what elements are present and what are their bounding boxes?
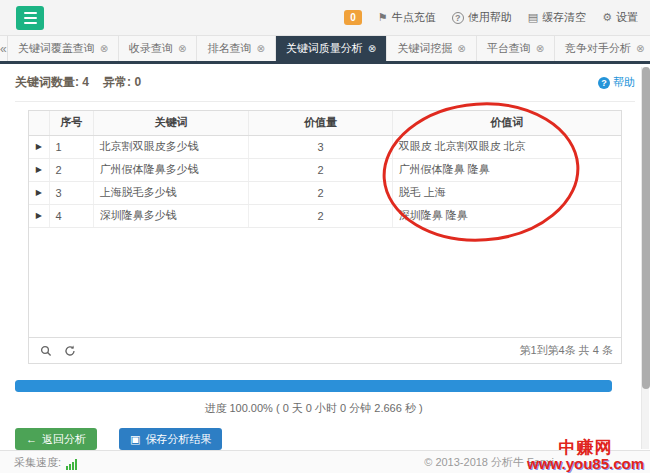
tab-close-icon[interactable]: ⊗	[368, 43, 376, 54]
row-expander-icon[interactable]: ▶	[29, 135, 49, 158]
tab-收录查询[interactable]: 收录查询⊗	[119, 36, 197, 61]
collect-speed-label: 采集速度:	[14, 455, 61, 470]
tab-close-icon[interactable]: ⊗	[636, 43, 644, 54]
tab-close-icon[interactable]: ⊗	[457, 43, 465, 54]
tab-label: 平台查询	[487, 41, 531, 56]
help-link[interactable]: ? 帮助	[598, 75, 635, 90]
keyword-count-stat: 关键词数量: 4	[15, 74, 89, 91]
progress-bar	[15, 380, 612, 392]
tab-close-icon[interactable]: ⊗	[256, 43, 264, 54]
tabs-scroll-left-button[interactable]: «	[0, 36, 8, 61]
row-keyword: 广州假体隆鼻多少钱	[93, 158, 249, 181]
grid-empty-area	[29, 228, 621, 338]
arrow-left-icon: ←	[26, 433, 37, 445]
col-header-index: 序号	[49, 111, 93, 135]
signal-bars-icon	[66, 459, 77, 470]
tab-close-icon[interactable]: ⊗	[536, 43, 544, 54]
table-row[interactable]: ▶1北京割双眼皮多少钱3双眼皮 北京割双眼皮 北京	[29, 135, 621, 158]
table-row[interactable]: ▶3上海脱毛多少钱2脱毛 上海	[29, 181, 621, 204]
tab-label: 关键词质量分析	[286, 41, 363, 56]
topbar-item[interactable]: ?使用帮助	[452, 10, 512, 25]
tab-平台查询[interactable]: 平台查询⊗	[477, 36, 555, 61]
refresh-icon[interactable]	[61, 342, 79, 360]
tab-label: 收录查询	[129, 41, 173, 56]
topbar-item-label: 牛点充值	[392, 10, 436, 25]
tab-strip: 关键词覆盖查询⊗收录查询⊗排名查询⊗关键词质量分析⊗关键词挖掘⊗平台查询⊗竞争对…	[8, 36, 650, 61]
row-index: 4	[49, 204, 93, 227]
expander-header	[29, 111, 49, 135]
save-button-label: 保存分析结果	[145, 432, 211, 447]
tab-关键词质量分析[interactable]: 关键词质量分析⊗	[276, 36, 387, 61]
row-index: 2	[49, 158, 93, 181]
row-value-words: 脱毛 上海	[392, 181, 621, 204]
col-header-keyword: 关键词	[93, 111, 249, 135]
settings-icon: ⚙	[602, 11, 612, 24]
pagination-info: 第1到第4条 共 4 条	[519, 343, 613, 358]
copyright-text: © 2013-2018 分析牛 Fenxi	[424, 455, 640, 470]
row-keyword: 上海脱毛多少钱	[93, 181, 249, 204]
row-index: 1	[49, 135, 93, 158]
tab-label: 关键词挖掘	[397, 41, 452, 56]
row-index: 3	[49, 181, 93, 204]
back-to-analysis-button[interactable]: ← 返回分析	[15, 428, 97, 450]
table-row[interactable]: ▶4深圳隆鼻多少钱2深圳隆鼻 隆鼻	[29, 204, 621, 227]
row-keyword: 北京割双眼皮多少钱	[93, 135, 249, 158]
row-expander-icon[interactable]: ▶	[29, 181, 49, 204]
tab-排名查询[interactable]: 排名查询⊗	[197, 36, 275, 61]
topbar-item[interactable]: ⚙设置	[602, 10, 638, 25]
top-bar: 0 ⚑牛点充值?使用帮助▤缓存清空⚙设置	[0, 0, 650, 36]
tab-close-icon[interactable]: ⊗	[100, 43, 108, 54]
row-expander-icon[interactable]: ▶	[29, 204, 49, 227]
tab-close-icon[interactable]: ⊗	[178, 43, 186, 54]
tab-关键词覆盖查询[interactable]: 关键词覆盖查询⊗	[8, 36, 119, 61]
row-value-words: 双眼皮 北京割双眼皮 北京	[392, 135, 621, 158]
progress-track	[15, 380, 612, 392]
row-value-words: 深圳隆鼻 隆鼻	[392, 204, 621, 227]
tab-label: 竞争对手分析	[565, 41, 631, 56]
question-circle-icon: ?	[598, 77, 610, 89]
save-icon: ▣	[130, 434, 140, 445]
summary-row: 关键词数量: 4 异常: 0 ? 帮助	[15, 64, 635, 102]
col-header-value-words: 价值词	[392, 111, 621, 135]
col-header-value-count: 价值量	[249, 111, 392, 135]
topbar-item[interactable]: ⚑牛点充值	[378, 10, 436, 25]
topbar-item-label: 使用帮助	[468, 10, 512, 25]
row-value-count: 2	[249, 158, 392, 181]
search-icon[interactable]	[37, 342, 55, 360]
tab-bar: « 关键词覆盖查询⊗收录查询⊗排名查询⊗关键词质量分析⊗关键词挖掘⊗平台查询⊗竞…	[0, 36, 650, 64]
topbar-actions: 0 ⚑牛点充值?使用帮助▤缓存清空⚙设置	[344, 10, 638, 25]
table-row[interactable]: ▶2广州假体隆鼻多少钱2广州假体隆鼻 隆鼻	[29, 158, 621, 181]
topbar-item[interactable]: ▤缓存清空	[528, 10, 586, 25]
help-label: 帮助	[613, 75, 635, 90]
row-value-count: 2	[249, 181, 392, 204]
save-results-button[interactable]: ▣ 保存分析结果	[119, 428, 222, 450]
action-buttons: ← 返回分析 ▣ 保存分析结果	[15, 428, 635, 450]
help-circle-icon: ?	[452, 12, 464, 24]
tab-label: 关键词覆盖查询	[18, 41, 95, 56]
keyword-table: 序号 关键词 价值量 价值词 ▶1北京割双眼皮多少钱3双眼皮 北京割双眼皮 北京…	[29, 111, 621, 228]
notification-badge: 0	[344, 10, 362, 25]
row-value-count: 2	[249, 204, 392, 227]
grid-footer-toolbar: 第1到第4条 共 4 条	[29, 337, 621, 363]
vertical-scrollbar	[641, 67, 649, 449]
flag-icon: ⚑	[378, 11, 388, 24]
back-button-label: 返回分析	[42, 432, 86, 447]
row-expander-icon[interactable]: ▶	[29, 158, 49, 181]
topbar-item-label: 缓存清空	[542, 10, 586, 25]
row-value-words: 广州假体隆鼻 隆鼻	[392, 158, 621, 181]
menu-button[interactable]	[16, 6, 44, 30]
tab-label: 排名查询	[207, 41, 251, 56]
tab-竞争对手分析[interactable]: 竞争对手分析⊗	[555, 36, 650, 61]
table-header-row: 序号 关键词 价值量 价值词	[29, 111, 621, 135]
row-keyword: 深圳隆鼻多少钱	[93, 204, 249, 227]
keyword-datagrid: 序号 关键词 价值量 价值词 ▶1北京割双眼皮多少钱3双眼皮 北京割双眼皮 北京…	[28, 110, 622, 364]
abnormal-count-stat: 异常: 0	[103, 74, 141, 91]
status-bar: 采集速度: © 2013-2018 分析牛 Fenxi	[0, 450, 650, 473]
collect-speed-indicator: 采集速度:	[14, 455, 77, 470]
topbar-item-label: 设置	[616, 10, 638, 25]
main-content: 关键词数量: 4 异常: 0 ? 帮助 序号 关键词 价值量	[0, 64, 650, 450]
scrollbar-thumb[interactable]	[642, 67, 650, 389]
app-window: 0 ⚑牛点充值?使用帮助▤缓存清空⚙设置 « 关键词覆盖查询⊗收录查询⊗排名查询…	[0, 0, 650, 473]
tab-关键词挖掘[interactable]: 关键词挖掘⊗	[387, 36, 476, 61]
cache-clear-icon: ▤	[528, 11, 538, 24]
